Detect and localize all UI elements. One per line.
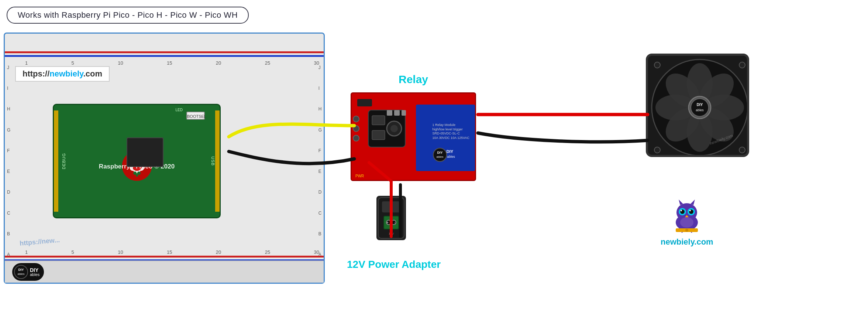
svg-point-23: [390, 125, 398, 132]
svg-rect-29: [384, 216, 399, 229]
svg-rect-24: [387, 110, 392, 116]
bb-red-line-top: [5, 51, 324, 53]
bb-bottom-bar: DIY ables DIY ables: [5, 260, 324, 283]
bb-row-letters-right: J I H G F E D C B A: [318, 65, 322, 257]
svg-text:DIY: DIY: [697, 103, 703, 107]
fan-blades-svg: DIY ables newbiely.com: [648, 56, 749, 157]
relay-title: Relay: [399, 73, 428, 86]
pico-bootsel-button[interactable]: BOOTSEL: [186, 112, 205, 120]
svg-rect-20: [372, 116, 385, 125]
power-adapter: + - 12V: [376, 196, 406, 240]
power-adapter-label: 12V Power Adapter: [347, 259, 441, 270]
svg-text:DIY: DIY: [18, 268, 24, 272]
svg-text:ables: ables: [447, 155, 455, 158]
owl-svg: [665, 196, 709, 233]
bb-blue-line-top: [5, 55, 324, 57]
bb-col-numbers-top: 1 5 10 15 20 25 30: [25, 60, 319, 66]
relay-coil-svg: [366, 108, 407, 149]
pico-pins-left: [54, 110, 58, 212]
relay-srd-text: 1 Relay Module high/low level trigger SR…: [433, 123, 469, 140]
svg-text:ables: ables: [17, 272, 24, 276]
svg-rect-28: [382, 201, 400, 212]
svg-rect-26: [402, 110, 406, 116]
relay-blue-section: DIY ables DIY ables 1 Relay Module high/…: [416, 105, 475, 171]
relay-coil: [366, 108, 407, 149]
compat-badge: Works with Raspberry Pi Pico - Pico H - …: [7, 7, 249, 24]
pico-pins-right: [215, 110, 220, 212]
fan-container: 12V Fan DIY ables newbiely.: [646, 54, 749, 157]
svg-point-11: [14, 265, 28, 279]
svg-point-64: [680, 217, 693, 228]
relay-diy-logo: DIY ables DIY ables: [433, 147, 458, 164]
svg-text:DIY: DIY: [447, 149, 454, 154]
svg-point-59: [681, 210, 682, 211]
svg-point-45: [691, 99, 709, 116]
svg-text:12V: 12V: [389, 232, 394, 235]
svg-point-62: [689, 210, 691, 211]
svg-text:-: -: [394, 221, 395, 225]
relay-diy-svg: DIY ables DIY ables: [433, 147, 458, 162]
relay-pins-left: [353, 116, 359, 142]
pico-chip: [127, 137, 163, 167]
pico-led-label: LED: [176, 108, 183, 112]
pico-board: BOOTSEL LED Raspberry Pi Pico © 2020 DEB…: [53, 104, 221, 218]
svg-text:ables: ables: [436, 155, 443, 158]
fan-body: DIY ables newbiely.com: [646, 54, 749, 157]
relay-connector-top: [357, 99, 372, 106]
svg-point-49: [654, 62, 660, 68]
power-adapter-svg: + - 12V: [376, 196, 406, 240]
svg-rect-21: [372, 130, 385, 140]
svg-point-14: [433, 148, 447, 161]
bb-row-letters: J I H G F E D C B A: [7, 65, 10, 257]
bb-col-numbers-bottom: 1 5 10 15 20 25 30: [25, 249, 319, 255]
diy-logo-circle: DIY ables: [14, 265, 28, 279]
relay-module: Relay DIY ables DIY ables 1 Relay Module…: [351, 92, 476, 181]
diy-badge-bottom: DIY ables DIY ables: [12, 263, 44, 281]
relay-pwr-label: PWR: [355, 174, 364, 178]
svg-point-50: [739, 62, 745, 68]
owl-logo-area: newbiely.com: [661, 196, 713, 247]
svg-point-52: [739, 147, 745, 153]
svg-text:DIY: DIY: [437, 151, 442, 154]
svg-point-51: [654, 147, 660, 153]
breadboard: https://newbiely.com 1 5 10 15 20 25 30 …: [4, 33, 325, 284]
bb-red-line-bottom: [5, 256, 324, 258]
svg-rect-25: [394, 110, 400, 116]
pico-debug-label: DEBUG: [62, 153, 66, 169]
owl-label: newbiely.com: [661, 237, 713, 247]
svg-text:ables: ables: [696, 108, 704, 112]
svg-text:+: +: [386, 221, 389, 225]
svg-point-72: [685, 229, 688, 232]
svg-rect-10: [136, 173, 138, 177]
pico-usb-label: USB: [211, 156, 215, 166]
